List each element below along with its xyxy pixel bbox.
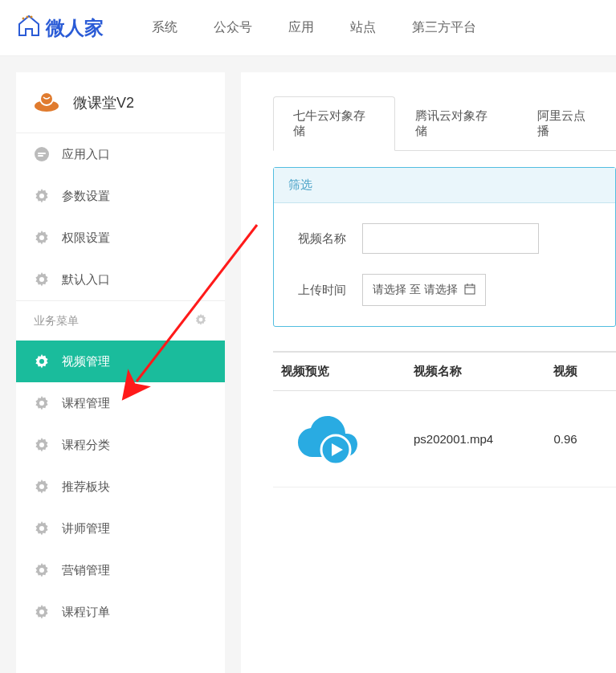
gear-icon	[34, 271, 50, 288]
calendar-icon	[464, 283, 475, 297]
filter-panel: 筛选 视频名称 上传时间 请选择 至 请选择	[273, 167, 616, 327]
video-name-cell: ps202001.mp4	[414, 432, 554, 446]
table-row: ps202001.mp4 0.96	[273, 391, 616, 487]
sidebar-item-params[interactable]: 参数设置	[16, 175, 225, 217]
gear-icon	[34, 520, 50, 536]
gear-icon	[34, 188, 50, 204]
logo-icon	[16, 14, 42, 42]
logo-text: 微人家	[46, 15, 104, 41]
video-name-input[interactable]	[362, 223, 539, 254]
top-header: 微人家 系统 公众号 应用 站点 第三方平台	[0, 0, 616, 56]
sidebar-item-course-category[interactable]: 课程分类	[16, 424, 225, 466]
gear-icon	[34, 479, 50, 495]
sidebar-item-label: 应用入口	[62, 147, 110, 162]
sidebar-item-label: 营销管理	[62, 563, 110, 578]
sidebar-item-featured[interactable]: 推荐板块	[16, 466, 225, 508]
gear-icon	[34, 604, 50, 620]
svg-point-2	[31, 15, 33, 18]
svg-point-17	[39, 526, 44, 531]
svg-point-12	[199, 318, 203, 322]
sidebar-item-label: 权限设置	[62, 230, 110, 246]
col-header-size: 视频	[553, 364, 616, 379]
sidebar-item-teacher-manage[interactable]: 讲师管理	[16, 508, 225, 549]
svg-point-9	[39, 194, 44, 198]
storage-tabs: 七牛云对象存储 腾讯云对象存储 阿里云点播	[273, 96, 616, 151]
tab-aliyun[interactable]: 阿里云点播	[517, 96, 616, 151]
sidebar-item-label: 课程分类	[62, 438, 110, 453]
sidebar-item-app-entry[interactable]: 应用入口	[16, 133, 225, 175]
topnav-app[interactable]: 应用	[288, 19, 314, 36]
sidebar-item-label: 课程管理	[62, 396, 110, 411]
gear-icon	[34, 437, 50, 453]
sidebar-group-header: 业务菜单	[16, 300, 225, 341]
tab-tencent[interactable]: 腾讯云对象存储	[395, 96, 517, 151]
gear-icon	[34, 395, 50, 411]
sidebar-item-label: 视频管理	[62, 354, 110, 369]
sidebar-item-course-order[interactable]: 课程订单	[16, 591, 225, 633]
top-nav: 系统 公众号 应用 站点 第三方平台	[152, 19, 476, 36]
date-range-picker[interactable]: 请选择 至 请选择	[362, 274, 486, 306]
sidebar-app-header: 微课堂V2	[16, 72, 225, 133]
main-content: 七牛云对象存储 腾讯云对象存储 阿里云点播 筛选 视频名称 上传时间 请选择 至…	[241, 72, 616, 673]
sidebar-item-label: 参数设置	[62, 189, 110, 204]
topnav-site[interactable]: 站点	[350, 19, 376, 36]
topnav-system[interactable]: 系统	[152, 19, 177, 36]
logo[interactable]: 微人家	[16, 14, 104, 42]
svg-point-1	[27, 15, 29, 18]
tab-qiniu[interactable]: 七牛云对象存储	[273, 96, 395, 151]
sidebar-item-permission[interactable]: 权限设置	[16, 217, 225, 259]
chat-icon	[34, 146, 50, 162]
col-header-preview: 视频预览	[273, 364, 414, 379]
filter-title: 筛选	[274, 168, 615, 203]
table-header: 视频预览 视频名称 视频	[273, 351, 616, 391]
filter-name-label: 视频名称	[298, 231, 362, 247]
col-header-name: 视频名称	[414, 364, 554, 379]
video-size-cell: 0.96	[553, 432, 616, 446]
svg-rect-7	[38, 153, 46, 154]
sidebar-item-default-entry[interactable]: 默认入口	[16, 259, 225, 300]
sidebar: 微课堂V2 应用入口 参数设置 权限设置 默认入口 业务菜单	[16, 72, 225, 673]
gear-icon	[34, 230, 50, 246]
topnav-thirdparty[interactable]: 第三方平台	[412, 19, 476, 36]
date-placeholder: 请选择 至 请选择	[373, 283, 458, 297]
svg-point-14	[39, 401, 44, 406]
svg-rect-20	[465, 285, 475, 294]
svg-rect-8	[38, 155, 43, 157]
sidebar-item-label: 课程订单	[62, 605, 110, 620]
video-table: 视频预览 视频名称 视频 ps202001.mp4 0.96	[273, 351, 616, 487]
sidebar-item-video-manage[interactable]: 视频管理	[16, 341, 225, 382]
sidebar-group-label: 业务菜单	[34, 314, 79, 328]
svg-point-11	[39, 277, 44, 282]
filter-row-time: 上传时间 请选择 至 请选择	[298, 274, 591, 306]
svg-point-19	[39, 610, 44, 614]
gear-icon	[34, 353, 50, 369]
sidebar-item-label: 讲师管理	[62, 521, 110, 536]
sidebar-item-label: 默认入口	[62, 272, 110, 288]
topnav-official-account[interactable]: 公众号	[214, 19, 252, 36]
sidebar-main-section: 应用入口 参数设置 权限设置 默认入口	[16, 133, 225, 300]
svg-point-16	[39, 484, 44, 489]
svg-point-0	[22, 17, 25, 19]
svg-point-13	[39, 359, 44, 364]
app-title: 微课堂V2	[73, 93, 134, 112]
app-icon	[32, 87, 61, 118]
filter-row-name: 视频名称	[298, 223, 591, 254]
sidebar-item-marketing[interactable]: 营销管理	[16, 549, 225, 591]
gear-icon	[34, 562, 50, 578]
svg-point-10	[39, 235, 44, 240]
svg-point-15	[39, 443, 44, 447]
filter-time-label: 上传时间	[298, 283, 362, 298]
video-preview-icon[interactable]	[273, 406, 414, 472]
sidebar-item-course-manage[interactable]: 课程管理	[16, 382, 225, 424]
svg-point-18	[39, 568, 44, 573]
gear-icon[interactable]	[194, 313, 207, 328]
sidebar-item-label: 推荐板块	[62, 479, 110, 495]
